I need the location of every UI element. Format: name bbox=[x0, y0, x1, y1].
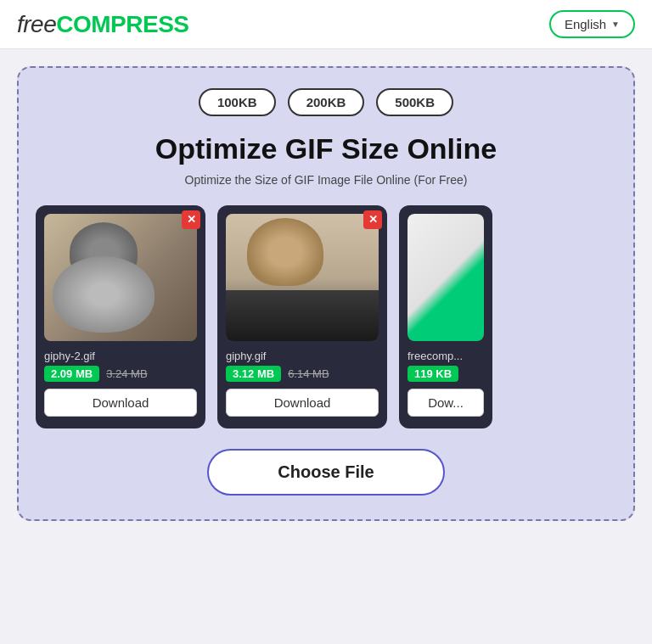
cat3-image bbox=[408, 214, 484, 341]
remove-file-1-button[interactable]: ✕ bbox=[182, 210, 200, 229]
file-sizes-2: 3.12 MB 6.14 MB bbox=[226, 366, 379, 382]
file-thumbnail-2 bbox=[226, 214, 379, 341]
upload-card: 100KB 200KB 500KB Optimize GIF Size Onli… bbox=[17, 66, 635, 521]
old-size-2: 6.14 MB bbox=[288, 367, 329, 380]
size-options-row: 100KB 200KB 500KB bbox=[36, 88, 616, 116]
language-selector[interactable]: English ▼ bbox=[549, 10, 635, 38]
logo-free-text: free bbox=[17, 11, 56, 37]
size-200kb-button[interactable]: 200KB bbox=[288, 88, 365, 116]
remove-file-2-button[interactable]: ✕ bbox=[363, 210, 382, 229]
cat2-image bbox=[226, 214, 379, 341]
new-size-2: 3.12 MB bbox=[226, 366, 281, 382]
cat1-image bbox=[44, 214, 197, 341]
file-sizes-3: 119 KB bbox=[408, 366, 484, 382]
page-subtitle: Optimize the Size of GIF Image File Onli… bbox=[36, 173, 616, 187]
download-button-3[interactable]: Dow... bbox=[408, 389, 484, 417]
download-button-1[interactable]: Download bbox=[44, 389, 197, 417]
files-row: ✕ giphy-2.gif 2.09 MB 3.24 MB Download ✕ bbox=[36, 205, 616, 428]
download-button-2[interactable]: Download bbox=[226, 389, 379, 417]
size-500kb-button[interactable]: 500KB bbox=[376, 88, 453, 116]
choose-file-section: Choose File bbox=[36, 449, 616, 496]
file-card-3: freecomp... 119 KB Dow... bbox=[399, 205, 492, 428]
chevron-down-icon: ▼ bbox=[611, 20, 620, 29]
file-info-1: giphy-2.gif 2.09 MB 3.24 MB Download bbox=[44, 348, 197, 420]
file-name-3: freecomp... bbox=[408, 350, 484, 362]
choose-file-button[interactable]: Choose File bbox=[207, 449, 445, 496]
main-content: 100KB 200KB 500KB Optimize GIF Size Onli… bbox=[0, 49, 652, 546]
file-thumbnail-1 bbox=[44, 214, 197, 341]
old-size-1: 3.24 MB bbox=[106, 367, 147, 380]
file-name-1: giphy-2.gif bbox=[44, 350, 197, 362]
file-info-2: giphy.gif 3.12 MB 6.14 MB Download bbox=[226, 348, 379, 420]
file-card-1: ✕ giphy-2.gif 2.09 MB 3.24 MB Download bbox=[36, 205, 205, 428]
logo-compress-text: COMPRESS bbox=[56, 11, 188, 37]
file-thumbnail-3 bbox=[408, 214, 484, 341]
size-100kb-button[interactable]: 100KB bbox=[199, 88, 276, 116]
file-info-3: freecomp... 119 KB Dow... bbox=[408, 348, 484, 420]
file-sizes-1: 2.09 MB 3.24 MB bbox=[44, 366, 197, 382]
file-card-2: ✕ giphy.gif 3.12 MB 6.14 MB Download bbox=[217, 205, 387, 428]
new-size-1: 2.09 MB bbox=[44, 366, 99, 382]
header: freeCOMPRESS English ▼ bbox=[0, 0, 652, 49]
language-label: English bbox=[565, 17, 606, 31]
file-name-2: giphy.gif bbox=[226, 350, 379, 362]
logo: freeCOMPRESS bbox=[17, 11, 189, 38]
page-title: Optimize GIF Size Online bbox=[36, 132, 616, 166]
new-size-3: 119 KB bbox=[408, 366, 458, 382]
